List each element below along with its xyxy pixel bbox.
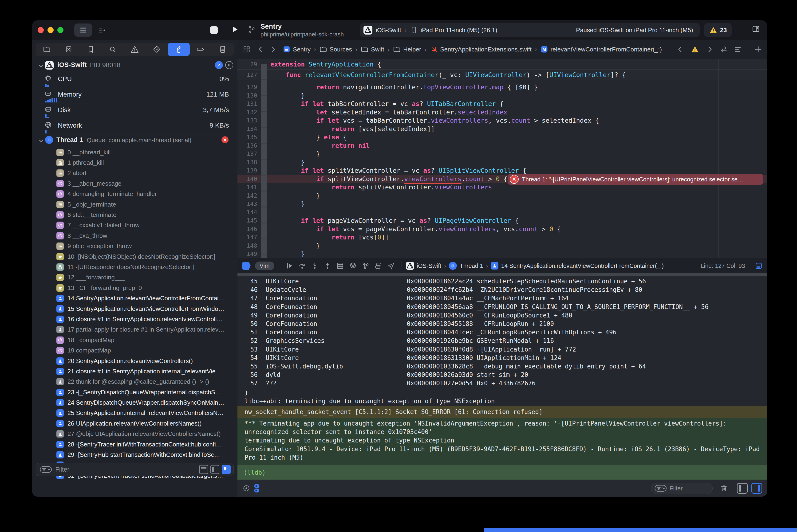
stack-frame-row[interactable]: 29 -[SentryHub startTransactionWithConte… [32,450,238,460]
scheme-name[interactable]: iOS-Swift [376,26,401,34]
step-out-icon[interactable] [322,261,333,271]
stack-frame-row[interactable]: 9 objc_exception_throw [32,241,238,251]
debug-crumb-thread[interactable]: Thread 1 [460,263,483,269]
disclosure-chevron-icon[interactable] [37,137,45,145]
debug-crumb-frame[interactable]: 14 SentryApplication.relevantViewControl… [501,263,664,269]
run-button[interactable] [231,25,240,35]
navigator-tab-issues[interactable] [124,43,146,56]
swap-editor-icon[interactable] [720,45,728,53]
navigator-tab-files[interactable] [36,43,58,56]
breadcrumb-item[interactable]: SentryApplicationExtensions.swift› [430,45,540,53]
navigator-filter-field[interactable]: Filter [36,463,234,476]
stack-frame-row[interactable]: 5 _objc_terminate [32,199,238,210]
breadcrumb-item[interactable]: Sentry› [283,45,319,53]
breakpoints-toggle-icon[interactable] [242,262,251,270]
breadcrumb[interactable]: Sentry›Sources›Swift›Helper›SentryApplic… [283,45,662,53]
navigator-tab-breakpoints[interactable] [190,43,212,56]
view-ui-hierarchy-icon[interactable] [335,261,345,271]
stack-frame-row[interactable]: 1 pthread_kill [32,157,238,168]
stack-frame-row[interactable]: 11 -[UIResponder doesNotRecognizeSelecto… [32,262,238,272]
stack-frame-row[interactable]: 27 @objc UIApplication.relevantViewContr… [32,429,238,439]
ai-assistant-button[interactable] [97,25,108,35]
minimize-window-button[interactable] [48,27,54,33]
clear-console-icon[interactable] [719,483,729,493]
code-line[interactable]: 132 let selectedIndex = tabBarController… [238,108,767,117]
thread-row[interactable]: Thread 1 Queue: com.apple.main-thread (s… [32,135,238,146]
scheme-selector[interactable]: iOS-Swift › iPad Pro 11-inch (M5) (26.1)… [360,23,700,37]
next-issue-icon[interactable] [706,45,713,53]
debug-breadcrumb[interactable]: iOS-Swift › Thread 1 › 14 SentryApplicat… [406,262,664,270]
navigator-tab-bookmarks[interactable] [80,43,102,56]
stack-frame-row[interactable]: 19 compactMap [32,345,238,356]
frames-compact-icon[interactable] [199,465,208,474]
code-line[interactable]: 145 if let pageViewController = vc as? U… [238,216,767,225]
simulate-location-icon[interactable] [386,261,396,271]
navigator-tab-reports[interactable] [212,43,234,56]
gauge-row-memory[interactable]: Memory121 MB [32,88,238,103]
stack-frame-row[interactable]: 12 ___forwarding___ [32,272,238,283]
stack-frame-row[interactable]: 21 closure #1 in SentryApplication.inter… [32,366,238,377]
lldb-prompt-row[interactable]: (lldb) [238,465,767,480]
console-filter-field[interactable]: Filter [651,483,712,494]
breadcrumb-item[interactable]: MrelevantViewControllerFromContainer(_:) [540,45,662,53]
navigator-tab-tests[interactable] [146,43,168,56]
stack-frame-row[interactable]: 26 UIApplication.relevantViewControllers… [32,418,238,429]
stack-frame-row[interactable]: 15 SentryApplication.relevantViewControl… [32,304,238,314]
frames-medium-icon[interactable] [210,465,219,474]
source-editor[interactable]: 29extension SentryApplication {127 func … [238,59,767,258]
gauge-row-cpu[interactable]: CPU0% [32,72,238,88]
minimap-icon[interactable] [734,45,742,53]
network-report-icon[interactable] [360,261,371,271]
navigator-toggle-button[interactable] [74,23,92,37]
code-line[interactable]: 137 } [238,150,767,158]
debug-crumb-scheme[interactable]: iOS-Swift [417,263,441,269]
code-line[interactable]: 142 } [238,191,767,200]
console-view-icon[interactable] [252,483,262,493]
stack-frame-row[interactable]: 13 _CF_forwarding_prep_0 [32,283,238,293]
stack-frame-row[interactable]: 7 __cxxabiv1::failed_throw [32,220,238,230]
stack-frame-row[interactable]: 6 std::__terminate [32,210,238,220]
code-line[interactable]: 144 [238,208,767,217]
code-line[interactable]: 139 if let splitViewController = vc as? … [238,166,767,175]
warnings-badge[interactable]: 23 [704,23,731,37]
debug-area-toggle-icon[interactable] [755,262,763,270]
code-line[interactable]: 149 } [238,250,767,258]
stack-frame-row[interactable]: 17 partial apply for closure #1 in Sentr… [32,324,238,335]
breadcrumb-item[interactable]: Sources› [319,45,360,53]
stack-frame-row[interactable]: 24 SentryDispatchQueueWrapper.dispatchSy… [32,397,238,408]
continue-icon[interactable] [284,261,295,271]
code-line[interactable]: 127 func relevantViewControllerFromConta… [238,70,767,80]
back-icon[interactable] [257,45,265,53]
code-line[interactable]: 148 } [238,242,767,250]
code-line[interactable]: 129 return navigationController.topViewC… [238,83,767,91]
debug-console[interactable]: 45UIKitCore0x000000018622ac24 schedulerS… [238,273,767,480]
stack-frame-row[interactable]: 4 demangling_terminate_handler [32,189,238,199]
step-over-icon[interactable] [297,261,307,271]
code-line[interactable]: 143 } [238,200,767,208]
code-line[interactable]: 133 if let vcs = tabBarController.viewCo… [238,116,767,125]
stack-frame-row[interactable]: 25 SentryApplication.internal_relevantVi… [32,408,238,418]
memory-graph-icon[interactable] [348,261,358,271]
threads-view-icon[interactable] [225,61,233,69]
zoom-window-button[interactable] [57,27,63,33]
disclosure-chevron-icon[interactable] [37,62,45,70]
related-items-icon[interactable] [243,45,251,53]
stop-button[interactable] [210,26,218,34]
variables-pane-icon[interactable] [737,483,748,494]
code-line[interactable]: 135 } else { [238,133,767,141]
add-editor-icon[interactable] [754,45,762,53]
gauge-row-network[interactable]: Network9 KB/s [32,119,238,134]
breadcrumb-item[interactable]: Swift› [360,45,393,53]
environment-overrides-icon[interactable] [373,261,384,271]
stack-frame-row[interactable]: 23 -[_SentryDispatchQueueWrapperInternal… [32,387,238,397]
code-line[interactable]: 138 } [238,158,767,167]
inspector-toggle-button[interactable] [752,25,762,35]
close-window-button[interactable] [38,27,44,33]
frames-full-icon[interactable] [222,465,230,474]
gauge-row-disk[interactable]: Disk3,7 MB/s [32,103,238,119]
navigator-tab-debug[interactable] [168,43,190,56]
console-pane-icon[interactable] [752,483,762,494]
code-line[interactable]: 130 } [238,91,767,100]
vim-mode-badge[interactable]: Vim [255,262,274,270]
stack-frame-row[interactable]: 28 -[SentryTracer initWithTransactionCon… [32,439,238,450]
